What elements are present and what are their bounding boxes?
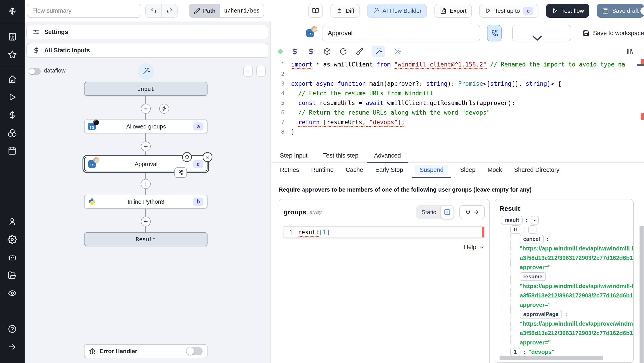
collapse-button[interactable]: - [528, 225, 536, 234]
help-icon[interactable] [0, 320, 24, 338]
function-icon [444, 209, 451, 216]
path-label: Path [203, 8, 216, 14]
workers-icon[interactable] [0, 248, 24, 266]
diff-button[interactable]: Diff [330, 4, 360, 18]
ai-disabled-icon[interactable] [394, 48, 401, 55]
subtab-early-stop[interactable]: Early Stop [375, 167, 403, 173]
runs-icon[interactable] [0, 88, 24, 106]
static-toggle[interactable]: Static [416, 205, 454, 219]
subtab-sleep[interactable]: Sleep [460, 167, 476, 173]
error-handler-toggle[interactable] [186, 347, 202, 355]
tab-test-this-step[interactable]: Test this step [323, 152, 358, 163]
add-step-button[interactable] [141, 104, 151, 114]
add-trigger-button[interactable] [159, 104, 169, 114]
result-key-chip[interactable]: 0 [510, 225, 520, 234]
variables-icon[interactable] [0, 106, 24, 124]
worker-tag-select[interactable] [512, 25, 571, 41]
undo-button[interactable] [146, 4, 162, 17]
settings-icon[interactable] [0, 230, 24, 248]
suspend-phone-button[interactable] [487, 25, 502, 41]
format-brush-icon[interactable] [356, 48, 363, 55]
subtab-retries[interactable]: Retries [280, 167, 299, 173]
redo-button[interactable] [162, 4, 177, 17]
collapse-button[interactable]: - [531, 216, 539, 224]
expand-rail-icon[interactable] [0, 338, 24, 356]
zoom-out-button[interactable]: − [256, 66, 266, 77]
error-handler-row[interactable]: Error Handler [84, 344, 208, 358]
subtab-suspend[interactable]: Suspend [415, 165, 448, 175]
folders-icon[interactable] [0, 266, 24, 284]
all-static-inputs-row[interactable]: All Static Inputs [26, 43, 268, 58]
colon: : [547, 236, 548, 242]
save-to-workspace-button[interactable]: Save to workspace [583, 30, 644, 37]
tab-advanced[interactable]: Advanced [374, 152, 401, 163]
package-icon[interactable] [323, 48, 331, 55]
suspend-phone-badge[interactable] [174, 167, 187, 178]
add-step-button[interactable] [141, 141, 151, 151]
path-edit-button[interactable]: Path [189, 4, 220, 17]
path-group[interactable]: Path u/henri/bes [189, 4, 264, 18]
add-step-button[interactable] [141, 217, 151, 226]
reload-icon[interactable] [340, 48, 347, 55]
ai-assistant-icon[interactable] [372, 46, 385, 57]
windmill-logo[interactable] [0, 0, 24, 24]
javascript-expr-button[interactable] [440, 205, 454, 219]
node-input[interactable]: Input [84, 82, 208, 96]
test-flow-button[interactable]: Test flow [546, 4, 589, 18]
code-line[interactable]: 1import * as wmillClient from "windmill-… [270, 60, 644, 69]
resources-icon[interactable] [0, 124, 24, 142]
flow-summary-input[interactable] [27, 4, 141, 18]
result-key-chip[interactable]: cancel [520, 235, 544, 243]
move-node-handle[interactable] [182, 152, 192, 162]
test-up-to-button[interactable]: Test up to c [480, 4, 538, 18]
code-editor[interactable]: 1import * as wmillClient from "windmill-… [270, 58, 644, 152]
add-step-button[interactable] [141, 179, 151, 189]
result-horizontal-scrollbar[interactable] [500, 356, 603, 360]
result-key-chip[interactable]: approvalPage [520, 310, 562, 318]
code-line[interactable]: 8} [270, 127, 644, 137]
library-icon[interactable] [626, 48, 634, 55]
result-row: approver=" [500, 338, 633, 347]
node-allowed-groups[interactable]: TS Allowed groups a [84, 120, 208, 133]
workspace-icon[interactable] [0, 28, 24, 46]
delete-node-button[interactable] [202, 152, 212, 162]
home-icon[interactable] [0, 70, 24, 88]
audit-logs-icon[interactable] [0, 284, 24, 302]
graph-ai-button[interactable] [138, 63, 154, 80]
subtab-shared-directory[interactable]: Shared Directory [514, 167, 560, 173]
tab-step-input[interactable]: Step Input [280, 152, 308, 163]
code-line[interactable]: 3export async function main(approver?: s… [270, 79, 644, 88]
groups-expression-input[interactable]: 1 result[1] [284, 226, 485, 238]
node-result[interactable]: Result [84, 232, 208, 246]
subtab-runtime[interactable]: Runtime [311, 167, 334, 173]
result-key-chip[interactable]: result [501, 216, 522, 224]
node-inline-python3[interactable]: Inline Python3 b [84, 195, 208, 209]
code-line[interactable]: 4 // Fetch the resume URLs from Windmill [270, 88, 644, 98]
flow-settings-row[interactable]: Settings [26, 25, 268, 39]
zoom-in-button[interactable]: + [243, 66, 253, 77]
connect-input-button[interactable] [459, 205, 485, 219]
help-button[interactable]: Help [284, 244, 485, 251]
docs-button[interactable] [308, 4, 323, 18]
step-name-input[interactable] [322, 25, 480, 41]
panel-vertical-scrollbar[interactable] [640, 226, 644, 363]
code-line[interactable]: 6 // Return the resume URLs along with t… [270, 108, 644, 117]
export-button[interactable]: Export [434, 4, 472, 18]
editor-scrollbar[interactable] [637, 64, 644, 66]
save-draft-button[interactable]: Save draft [597, 4, 644, 18]
subtab-cache[interactable]: Cache [346, 167, 363, 173]
result-key-chip[interactable]: resume [520, 272, 546, 281]
schedules-icon[interactable] [0, 142, 24, 160]
line-number: 2 [270, 69, 291, 79]
users-icon[interactable] [0, 213, 24, 230]
result-key-chip[interactable]: 1 [510, 347, 520, 356]
subtab-mock[interactable]: Mock [488, 167, 502, 173]
ai-flow-builder-button[interactable]: AI Flow Builder [367, 4, 427, 18]
variable-picker-icon[interactable] [291, 48, 299, 55]
favorites-icon[interactable] [0, 46, 24, 64]
code-line[interactable]: 5 const resumeUrls = await wmillClient.g… [270, 98, 644, 108]
dataflow-toggle[interactable] [28, 68, 41, 75]
resource-picker-icon[interactable] [307, 48, 315, 55]
code-line[interactable]: 7 return [resumeUrls, "devops"]; [270, 117, 644, 127]
code-line[interactable]: 2 [270, 69, 644, 79]
